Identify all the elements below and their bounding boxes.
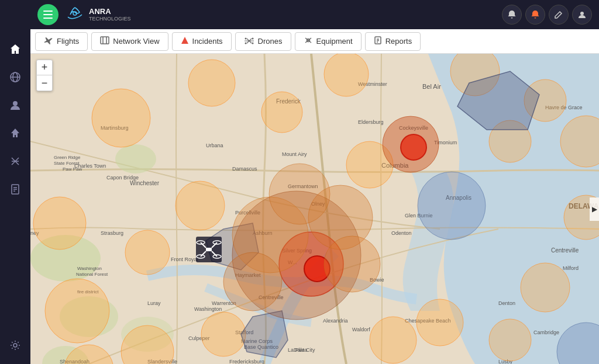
map-zoom-controls: + − bbox=[36, 60, 53, 91]
sidebar-logo bbox=[2, 5, 28, 30]
svg-point-20 bbox=[245, 37, 246, 39]
svg-text:Waldorf: Waldorf bbox=[352, 327, 370, 332]
svg-text:Alexandria: Alexandria bbox=[323, 318, 348, 324]
svg-point-110 bbox=[261, 92, 302, 133]
app-subtitle: TECHNOLOGIES bbox=[89, 16, 131, 22]
sidebar-item-home[interactable] bbox=[2, 36, 28, 62]
navbar: Flights Network View Incidents bbox=[30, 29, 599, 54]
svg-rect-13 bbox=[43, 14, 53, 15]
svg-point-126 bbox=[223, 252, 282, 311]
svg-text:Centreville: Centreville bbox=[551, 247, 579, 254]
svg-point-21 bbox=[245, 42, 246, 44]
sidebar-item-document[interactable] bbox=[2, 176, 28, 202]
svg-point-95 bbox=[45, 279, 109, 343]
svg-text:Denton: Denton bbox=[498, 300, 515, 306]
svg-text:Cambridge: Cambridge bbox=[533, 330, 559, 335]
svg-text:Urbana: Urbana bbox=[206, 143, 223, 148]
svg-text:Capon Bridge: Capon Bridge bbox=[106, 175, 139, 181]
svg-text:State Forest: State Forest bbox=[54, 161, 80, 166]
svg-point-96 bbox=[33, 197, 86, 249]
zoom-in-button[interactable]: + bbox=[37, 60, 52, 75]
sidebar bbox=[0, 0, 30, 364]
svg-text:Paw Paw: Paw Paw bbox=[63, 167, 82, 172]
svg-text:Front Royal: Front Royal bbox=[171, 256, 198, 262]
incidents-button[interactable]: Incidents bbox=[172, 32, 232, 51]
svg-point-129 bbox=[418, 172, 486, 240]
flights-icon bbox=[44, 36, 53, 46]
svg-point-109 bbox=[175, 181, 225, 230]
svg-text:Eldersburg: Eldersburg bbox=[358, 119, 384, 125]
svg-point-98 bbox=[188, 60, 235, 106]
svg-point-108 bbox=[201, 312, 246, 356]
svg-point-22 bbox=[252, 37, 253, 39]
drones-label: Drones bbox=[258, 37, 283, 46]
logo-area: ANRA TECHNOLOGIES bbox=[64, 4, 131, 25]
equipment-button[interactable]: Equipment bbox=[295, 32, 362, 51]
svg-point-99 bbox=[324, 54, 369, 96]
svg-point-97 bbox=[92, 89, 150, 147]
app-name: ANRA bbox=[89, 7, 131, 16]
sidebar-item-settings[interactable] bbox=[2, 332, 28, 358]
notifications-button[interactable] bbox=[502, 5, 522, 25]
hamburger-button[interactable] bbox=[37, 4, 58, 25]
network-icon bbox=[100, 36, 109, 46]
drones-button[interactable]: Drones bbox=[235, 32, 291, 51]
sidebar-item-globe[interactable] bbox=[2, 64, 28, 90]
alerts-button[interactable] bbox=[525, 5, 545, 25]
svg-text:Fredericksburg: Fredericksburg bbox=[229, 359, 264, 364]
svg-rect-17 bbox=[101, 37, 109, 44]
sidebar-item-user[interactable] bbox=[2, 92, 28, 118]
svg-text:Odenton: Odenton bbox=[391, 230, 412, 236]
svg-point-16 bbox=[580, 12, 584, 15]
svg-text:Strasburg: Strasburg bbox=[101, 230, 123, 236]
svg-text:Milford: Milford bbox=[563, 265, 579, 271]
drones-icon bbox=[244, 37, 254, 46]
scroll-right-arrow[interactable]: ▶ bbox=[590, 197, 599, 221]
svg-point-106 bbox=[370, 317, 416, 363]
sidebar-item-tools[interactable] bbox=[2, 148, 28, 174]
svg-text:La Plata: La Plata bbox=[288, 347, 307, 353]
reports-icon bbox=[374, 36, 382, 46]
svg-rect-132 bbox=[206, 248, 212, 251]
svg-text:Washington: Washington bbox=[77, 266, 102, 271]
svg-text:National Forest: National Forest bbox=[76, 272, 108, 277]
map-base: Bel Air Havre de Grace Frederick Eldersb… bbox=[30, 54, 599, 364]
sidebar-item-flight[interactable] bbox=[2, 120, 28, 146]
svg-point-123 bbox=[401, 134, 426, 160]
zoom-out-button[interactable]: − bbox=[37, 75, 52, 91]
svg-point-34 bbox=[115, 144, 156, 174]
svg-text:Damascus: Damascus bbox=[232, 166, 257, 172]
flights-button[interactable]: Flights bbox=[35, 32, 88, 51]
incidents-icon bbox=[181, 36, 189, 46]
svg-point-127 bbox=[324, 236, 380, 292]
edit-button[interactable] bbox=[549, 5, 569, 25]
equipment-icon bbox=[304, 36, 313, 46]
svg-point-111 bbox=[416, 299, 463, 346]
svg-text:Luray: Luray bbox=[147, 300, 161, 306]
map-container[interactable]: Bel Air Havre de Grace Frederick Eldersb… bbox=[30, 54, 599, 364]
flights-label: Flights bbox=[57, 37, 79, 46]
svg-rect-12 bbox=[43, 11, 53, 12]
top-icons bbox=[502, 5, 592, 25]
incidents-label: Incidents bbox=[192, 37, 223, 46]
reports-button[interactable]: Reports bbox=[365, 32, 421, 51]
topbar: ANRA TECHNOLOGIES bbox=[30, 0, 599, 29]
reports-label: Reports bbox=[385, 37, 412, 46]
svg-text:Green Ridge: Green Ridge bbox=[54, 155, 81, 160]
svg-point-3 bbox=[13, 101, 18, 106]
network-view-button[interactable]: Network View bbox=[91, 32, 168, 51]
user-profile-button[interactable] bbox=[572, 5, 592, 25]
svg-point-11 bbox=[13, 344, 17, 347]
equipment-label: Equipment bbox=[316, 37, 353, 46]
svg-point-112 bbox=[125, 230, 170, 275]
svg-text:Washington: Washington bbox=[194, 306, 222, 312]
svg-text:Winchester: Winchester bbox=[130, 180, 160, 186]
svg-text:Mount Airy: Mount Airy bbox=[282, 151, 307, 157]
svg-point-128 bbox=[269, 164, 330, 224]
svg-point-105 bbox=[489, 319, 531, 361]
svg-rect-14 bbox=[43, 18, 53, 19]
svg-point-23 bbox=[252, 42, 253, 44]
svg-text:Bel Air: Bel Air bbox=[422, 83, 441, 90]
network-view-label: Network View bbox=[113, 37, 159, 46]
svg-point-104 bbox=[521, 263, 570, 312]
